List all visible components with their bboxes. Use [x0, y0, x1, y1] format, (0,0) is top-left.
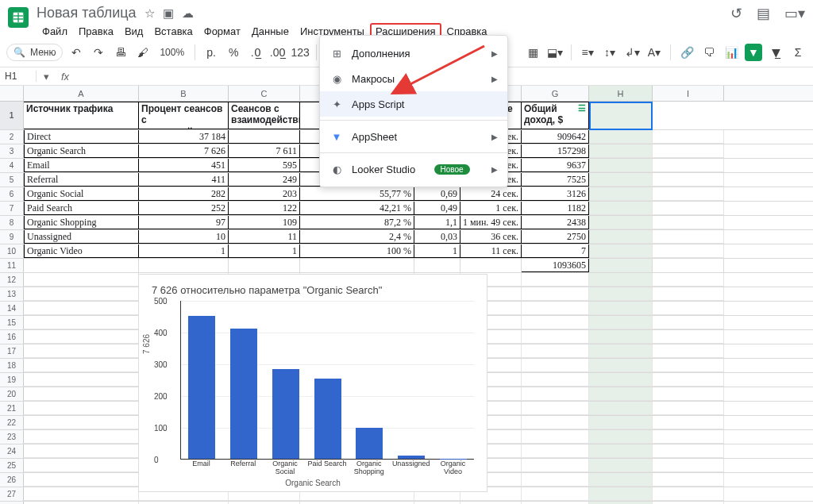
cell-b4[interactable]: 451 [139, 159, 229, 172]
cell-g2[interactable]: 909642 [522, 130, 589, 144]
cell-i11[interactable] [653, 259, 724, 272]
row-header-24[interactable]: 24 [0, 444, 24, 458]
cell-g1[interactable]: Общий доход, $☰ [522, 102, 589, 129]
cell-f6[interactable]: 24 сек. [460, 187, 522, 201]
percent-format[interactable]: % [225, 44, 242, 61]
filter-button[interactable]: ▼ [745, 44, 762, 61]
col-G[interactable]: G [522, 86, 589, 101]
row-header-23[interactable]: 23 [0, 430, 24, 444]
cell-a1[interactable]: Источник трафика [24, 102, 139, 129]
insert-chart-button[interactable]: 📊 [722, 44, 740, 61]
cell-g4[interactable]: 9637 [522, 159, 589, 172]
cell-g10[interactable]: 7 [522, 244, 589, 258]
cell-b10[interactable]: 1 [139, 244, 229, 258]
row-header-1[interactable]: 1 [0, 102, 24, 129]
name-box[interactable]: H1 [0, 71, 37, 82]
increase-decimal[interactable]: .00̲ [269, 44, 287, 61]
document-title[interactable]: Новая таблица [37, 5, 137, 21]
cell-i9[interactable] [653, 230, 724, 244]
sheets-app-icon[interactable] [8, 7, 29, 28]
cell-g7[interactable]: 1182 [522, 202, 589, 215]
link-button[interactable]: 🔗 [678, 44, 695, 61]
cell-c6[interactable]: 203 [229, 187, 300, 201]
cell-c1[interactable]: Сеансов с взаимодействием на пользовател… [229, 102, 300, 129]
cell-d7[interactable]: 42,21 % [300, 202, 414, 215]
cell-a11[interactable] [24, 259, 139, 272]
zoom-select[interactable]: 100% [156, 44, 187, 61]
cell-g3[interactable]: 157298 [522, 144, 589, 158]
menu-looker[interactable]: ◐Looker StudioНовое▶ [320, 156, 507, 182]
cell-e9[interactable]: 0,03 [414, 230, 460, 244]
cell-b3[interactable]: 7 626 [139, 144, 229, 158]
filter-icon[interactable]: ☰ [578, 103, 586, 113]
cell-h6[interactable] [589, 187, 653, 201]
row-header-16[interactable]: 16 [0, 330, 24, 344]
select-all-corner[interactable] [0, 86, 24, 101]
cell-g9[interactable]: 2750 [522, 230, 589, 244]
filter-views-button[interactable]: ▼̲ [767, 44, 784, 61]
meet-icon[interactable]: ▭▾ [784, 5, 805, 22]
cell-h7[interactable] [589, 202, 653, 215]
row-header-13[interactable]: 13 [0, 287, 24, 301]
cell-d9[interactable]: 2,4 % [300, 230, 414, 244]
cell-g5[interactable]: 7525 [522, 173, 589, 187]
cell-h4[interactable] [589, 159, 653, 172]
print-button[interactable]: 🖶 [112, 44, 129, 61]
row-header-20[interactable]: 20 [0, 387, 24, 401]
row-header-21[interactable]: 21 [0, 402, 24, 415]
col-I[interactable]: I [653, 86, 724, 101]
star-icon[interactable]: ☆ [144, 6, 155, 21]
cell-c5[interactable]: 249 [229, 173, 300, 187]
cell-i6[interactable] [653, 187, 724, 201]
cell-a4[interactable]: Email [24, 159, 139, 172]
row-header-8[interactable]: 8 [0, 216, 24, 229]
col-B[interactable]: B [139, 86, 229, 101]
menu-search[interactable]: 🔍Меню [6, 44, 63, 61]
comments-icon[interactable]: ▤ [757, 5, 770, 22]
menu-view[interactable]: Вид [119, 23, 149, 40]
cell-d10[interactable]: 100 % [300, 244, 414, 258]
cell-a9[interactable]: Unassigned [24, 230, 139, 244]
menu-apps-script[interactable]: ✦Apps Script [320, 91, 507, 117]
cell-a10[interactable]: Organic Video [24, 244, 139, 258]
cell-h10[interactable] [589, 244, 653, 258]
history-icon[interactable]: ↺ [730, 5, 742, 22]
cell-a8[interactable]: Organic Shopping [24, 216, 139, 229]
row-header-15[interactable]: 15 [0, 316, 24, 329]
menu-file[interactable]: Файл [37, 23, 73, 40]
align-v-button[interactable]: ↕▾ [601, 44, 618, 61]
cell-h5[interactable] [589, 173, 653, 187]
cell-f11[interactable] [460, 259, 522, 272]
cell-h11[interactable] [589, 259, 653, 272]
cell-c4[interactable]: 595 [229, 159, 300, 172]
cell-g11[interactable]: 1093605 [522, 259, 589, 272]
cell-f8[interactable]: 1 мин. 49 сек. [460, 216, 522, 229]
row-header-2[interactable]: 2 [0, 130, 24, 144]
cell-c9[interactable]: 11 [229, 230, 300, 244]
comment-button[interactable]: 🗨 [700, 44, 718, 61]
name-box-dropdown[interactable]: ▾ [37, 71, 56, 83]
decrease-decimal[interactable]: .0̲ [247, 44, 264, 61]
cell-a7[interactable]: Paid Search [24, 202, 139, 215]
menu-edit[interactable]: Правка [73, 23, 119, 40]
cell-d8[interactable]: 87,2 % [300, 216, 414, 229]
row-header-5[interactable]: 5 [0, 173, 24, 187]
cell-f9[interactable]: 36 сек. [460, 230, 522, 244]
borders-button[interactable]: ▦ [524, 44, 541, 61]
cell-f10[interactable]: 11 сек. [460, 244, 522, 258]
menu-format[interactable]: Формат [198, 23, 246, 40]
cell-i4[interactable] [653, 159, 724, 172]
cell-c2[interactable] [229, 130, 300, 144]
row-header-27[interactable]: 27 [0, 487, 24, 501]
row-header-12[interactable]: 12 [0, 273, 24, 287]
cell-b1[interactable]: Процент сеансов с взаимодействием [139, 102, 229, 129]
cell-i3[interactable] [653, 144, 724, 158]
menu-insert[interactable]: Вставка [148, 23, 198, 40]
paint-format-button[interactable]: 🖌 [134, 44, 152, 61]
cell-b9[interactable]: 10 [139, 230, 229, 244]
redo-button[interactable]: ↷ [90, 44, 107, 61]
cell-h1[interactable] [589, 102, 653, 129]
cell-i7[interactable] [653, 202, 724, 215]
rotate-button[interactable]: A▾ [645, 44, 663, 61]
row-header-3[interactable]: 3 [0, 144, 24, 158]
